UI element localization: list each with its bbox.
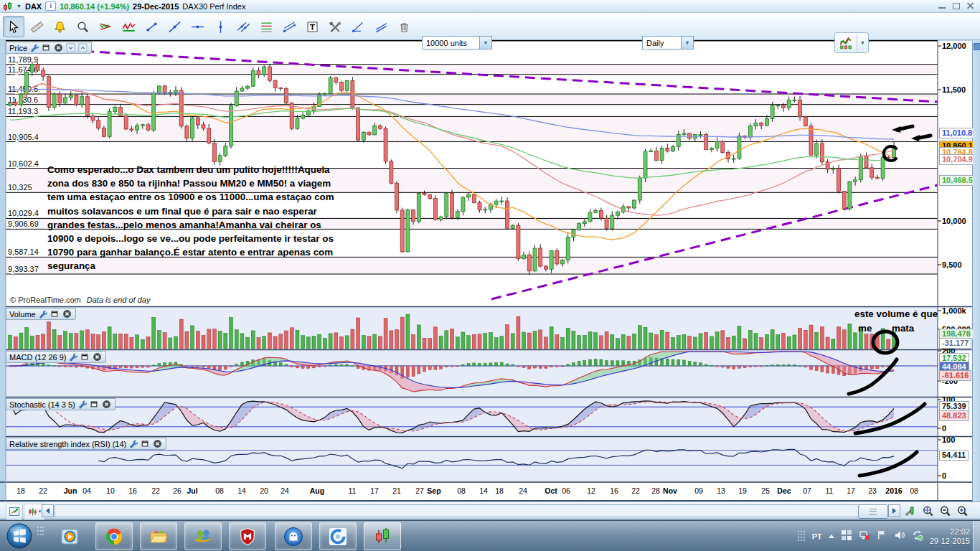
chevron-down-icon[interactable]: ▼ <box>857 40 868 45</box>
windows-updates-icon[interactable] <box>841 529 852 544</box>
windows-taskbar: PT 22:02 29-12-2015 <box>0 520 980 551</box>
side-scroll-strip[interactable] <box>973 40 980 501</box>
detach-window-icon[interactable] <box>90 400 100 410</box>
settings-wrench-icon[interactable] <box>29 43 39 53</box>
units-dropdown[interactable]: 10000 units ▼ <box>422 36 492 50</box>
detach-window-icon[interactable] <box>80 352 90 362</box>
drawing-settings-tool[interactable] <box>324 16 346 37</box>
segment-tool[interactable] <box>141 16 162 37</box>
date-label: 17 <box>847 486 855 495</box>
taskbar-prorealtime[interactable] <box>364 522 401 550</box>
settings-wrench-icon[interactable] <box>68 352 78 362</box>
macd-value-tag: -61.616 <box>939 370 971 381</box>
scroll-right-icon[interactable] <box>888 504 900 517</box>
symbol-dropdown-icon[interactable]: ▼ <box>17 4 22 9</box>
move-up-icon[interactable] <box>78 43 88 53</box>
volume-icon[interactable] <box>894 529 905 544</box>
chart-canvas[interactable]: 11,789.911,674.611,450.511,330.611,193.3… <box>0 0 980 551</box>
detach-window-icon[interactable] <box>141 439 151 449</box>
pattern-tool[interactable] <box>95 16 116 37</box>
price-level-label: 10,602.4 <box>8 159 39 168</box>
taskbar-messenger[interactable] <box>184 522 222 550</box>
symbol-name[interactable]: DAX <box>25 2 42 11</box>
date-label: Sep <box>427 486 440 495</box>
move-down-icon[interactable] <box>66 43 76 53</box>
close-panel-icon[interactable] <box>153 439 163 449</box>
chevron-down-icon[interactable]: ▼ <box>479 37 491 49</box>
stochastic-value-tag: 48.823 <box>939 410 969 421</box>
chart-options-icon[interactable] <box>903 504 918 518</box>
close-panel-icon[interactable] <box>93 352 103 362</box>
taskbar-explorer[interactable] <box>140 522 177 550</box>
panel-tab-macd[interactable]: MACD (12 26 9) <box>6 351 106 363</box>
detach-window-icon[interactable] <box>50 309 60 319</box>
panel-tab-rsi[interactable]: Relative strength index (RSI) (14) <box>6 438 166 450</box>
settings-wrench-icon[interactable] <box>38 309 48 319</box>
action-center-icon[interactable] <box>877 529 887 543</box>
chart-type-button[interactable] <box>835 34 857 52</box>
chart-annotation-text[interactable]: Como esperado...o Dax tambem deu um puli… <box>47 163 377 273</box>
settings-wrench-icon[interactable] <box>128 439 138 449</box>
pitchfork-tool[interactable] <box>278 16 300 37</box>
taskbar-media-player[interactable] <box>52 522 89 550</box>
select-tool[interactable] <box>3 16 24 37</box>
settings-wrench-icon[interactable] <box>77 400 88 410</box>
parallel-lines-tool[interactable] <box>232 16 254 37</box>
taskbar-ring-app[interactable] <box>319 522 357 550</box>
taskbar-chrome[interactable] <box>95 522 133 550</box>
zoom-in-icon[interactable] <box>954 504 970 518</box>
sync-icon[interactable] <box>912 529 923 544</box>
start-button[interactable] <box>6 522 33 550</box>
horizontal-line-tool[interactable] <box>187 16 208 37</box>
taskbar-ghost-app[interactable] <box>275 522 312 550</box>
panel-handle-icon[interactable] <box>974 43 980 50</box>
show-desktop-button[interactable] <box>973 521 980 551</box>
clock-date: 29-12-2015 <box>930 537 970 546</box>
fit-chart-icon[interactable] <box>920 504 936 518</box>
volume-annotation-line2a[interactable]: me <box>858 323 872 334</box>
fibonacci-tool[interactable] <box>255 16 277 37</box>
volume-annotation-line1[interactable]: este volume é que <box>854 309 938 319</box>
close-panel-icon[interactable] <box>62 309 72 319</box>
axis-tick-stochastic: 0 <box>942 424 946 433</box>
trendline-tool[interactable] <box>164 16 185 37</box>
hidden-icons-icon[interactable] <box>829 534 834 538</box>
clock[interactable]: 22:02 29-12-2015 <box>930 527 970 546</box>
info-icon[interactable]: i <box>45 1 56 11</box>
chart-scrollbar-track[interactable] <box>55 504 864 517</box>
minimize-icon[interactable] <box>937 1 947 10</box>
zigzag-tool[interactable] <box>118 16 139 37</box>
channel-tool[interactable] <box>370 16 392 37</box>
axis-tick-rsi: 100 <box>942 435 955 444</box>
date-label: 16 <box>128 486 137 495</box>
text-tool[interactable] <box>301 16 323 37</box>
alert-tool[interactable] <box>49 16 70 37</box>
chevron-down-icon[interactable]: ▼ <box>681 37 693 49</box>
vertical-line-tool[interactable] <box>209 16 231 37</box>
close-icon[interactable] <box>966 1 976 10</box>
measure-tool[interactable] <box>26 16 47 37</box>
restore-icon[interactable] <box>951 1 961 10</box>
period-dropdown[interactable]: Daily ▼ <box>642 36 694 50</box>
chart-scrollbar-thumb[interactable] <box>858 504 888 519</box>
delete-tool[interactable] <box>393 16 415 37</box>
panel-tab-volume[interactable]: Volume <box>6 308 76 320</box>
network-disconnected-icon[interactable] <box>859 529 870 544</box>
panel-tab-price[interactable]: Price <box>6 42 92 54</box>
price-level-label: 10,325 <box>8 183 32 192</box>
price-level-label: 9,393.37 <box>8 265 39 273</box>
instrument-name: DAX30 Perf Index <box>182 2 245 11</box>
zoom-out-icon[interactable] <box>937 504 953 518</box>
close-panel-icon[interactable] <box>54 43 64 53</box>
zoom-tool[interactable] <box>72 16 93 37</box>
panel-tab-stochastic[interactable]: Stochastic (14 3 5) <box>6 398 116 410</box>
volume-annotation-line2b[interactable]: mata <box>892 323 914 334</box>
scroll-left-icon[interactable] <box>42 504 54 517</box>
close-panel-icon[interactable] <box>102 400 112 410</box>
volume-secondary-tag: -31.177 <box>939 338 971 349</box>
detach-window-icon[interactable] <box>42 43 52 53</box>
taskbar-mcafee[interactable] <box>229 522 266 550</box>
angle-tool[interactable] <box>347 16 369 37</box>
language-indicator[interactable]: PT <box>812 532 822 541</box>
export-chart-icon[interactable] <box>6 504 23 519</box>
